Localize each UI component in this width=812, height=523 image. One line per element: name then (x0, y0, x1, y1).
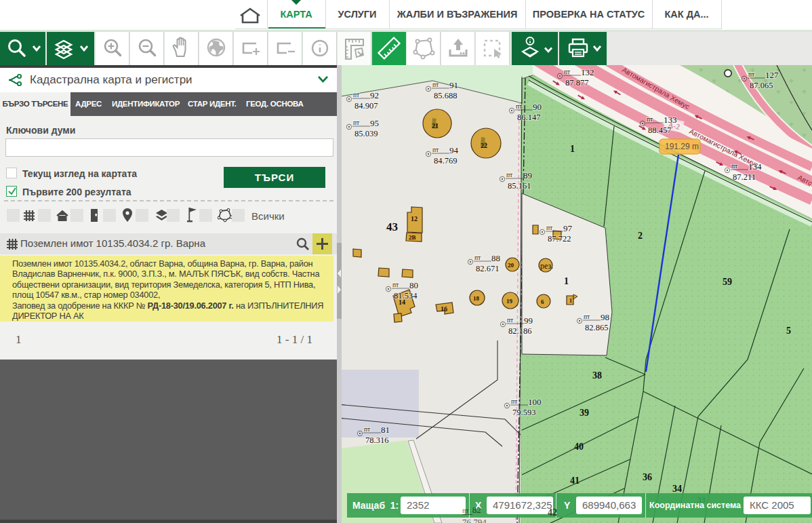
svg-text:39: 39 (580, 408, 589, 418)
svg-text:пт: пт (506, 172, 513, 178)
svg-text:100: 100 (528, 397, 542, 407)
svg-text:98: 98 (601, 312, 609, 322)
svg-text:97: 97 (563, 223, 573, 233)
svg-text:1: 1 (570, 144, 575, 154)
svg-text:пт: пт (564, 69, 571, 75)
svg-text:87.877: 87.877 (565, 78, 588, 88)
svg-text:2В: 2В (409, 234, 416, 241)
svg-text:127: 127 (765, 70, 779, 80)
svg-text:87.211: 87.211 (733, 172, 756, 182)
svg-text:38: 38 (592, 370, 602, 381)
svg-text:пт: пт (731, 163, 738, 170)
svg-text:80: 80 (409, 280, 418, 290)
svg-text:91: 91 (449, 80, 458, 90)
svg-text:22: 22 (481, 142, 487, 149)
svg-text:86.147: 86.147 (517, 113, 540, 122)
svg-text:2: 2 (638, 231, 643, 241)
svg-text:95: 95 (370, 118, 379, 128)
svg-text:81: 81 (381, 425, 390, 435)
svg-text:21: 21 (432, 122, 439, 130)
svg-text:6: 6 (541, 298, 544, 305)
svg-text:пт: пт (353, 119, 360, 126)
svg-text:19: 19 (506, 298, 513, 305)
svg-text:пт: пт (474, 254, 481, 261)
svg-text:12: 12 (411, 215, 418, 222)
svg-text:90: 90 (533, 102, 542, 112)
svg-text:пт: пт (584, 313, 590, 320)
svg-text:пт: пт (507, 317, 514, 324)
svg-text:59: 59 (723, 277, 732, 287)
svg-text:43: 43 (386, 220, 398, 233)
svg-text:88: 88 (491, 253, 500, 263)
svg-text:99: 99 (524, 315, 533, 326)
svg-text:20: 20 (508, 262, 514, 269)
svg-text:40: 40 (574, 442, 584, 452)
svg-text:79.593: 79.593 (512, 408, 535, 417)
svg-text:16: 16 (441, 305, 447, 313)
svg-text:пт: пт (546, 225, 553, 231)
svg-text:87.065: 87.065 (750, 81, 773, 90)
svg-text:пт: пт (511, 398, 518, 405)
svg-text:84.769: 84.769 (434, 156, 457, 166)
svg-text:пт: пт (392, 282, 399, 288)
svg-text:рез.: рез. (540, 261, 553, 271)
svg-text:85.688: 85.688 (434, 91, 457, 100)
svg-text:85.039: 85.039 (354, 129, 378, 138)
svg-text:132: 132 (581, 67, 594, 77)
svg-text:85.161: 85.161 (508, 181, 531, 191)
svg-text:191.29 m: 191.29 m (665, 142, 699, 151)
svg-text:82.865: 82.865 (585, 323, 608, 332)
svg-text:133: 133 (664, 115, 677, 125)
svg-text:81.534: 81.534 (394, 291, 418, 301)
svg-text:94: 94 (449, 145, 459, 155)
svg-text:82.186: 82.186 (508, 326, 531, 336)
svg-text:36: 36 (643, 472, 652, 482)
svg-text:пт: пт (647, 116, 653, 123)
svg-text:1: 1 (564, 276, 569, 286)
svg-text:92: 92 (370, 90, 379, 100)
svg-text:пт: пт (364, 426, 371, 433)
svg-text:87.722: 87.722 (548, 234, 571, 244)
svg-text:пт: пт (432, 147, 439, 153)
svg-text:5: 5 (786, 326, 791, 336)
svg-text:пт: пт (748, 71, 755, 78)
svg-text:78.316: 78.316 (365, 435, 388, 445)
svg-text:1: 1 (569, 298, 572, 304)
svg-text:18: 18 (473, 295, 480, 302)
svg-text:34: 34 (672, 484, 682, 494)
svg-text:пт: пт (516, 103, 523, 110)
svg-text:41: 41 (570, 476, 580, 486)
svg-text:82.671: 82.671 (476, 264, 499, 273)
svg-text:134: 134 (748, 161, 762, 172)
svg-text:84.907: 84.907 (354, 101, 378, 111)
svg-text:пт: пт (432, 81, 439, 88)
svg-text:88.457: 88.457 (648, 125, 671, 135)
svg-text:пт: пт (353, 92, 360, 98)
svg-text:89: 89 (523, 170, 532, 180)
